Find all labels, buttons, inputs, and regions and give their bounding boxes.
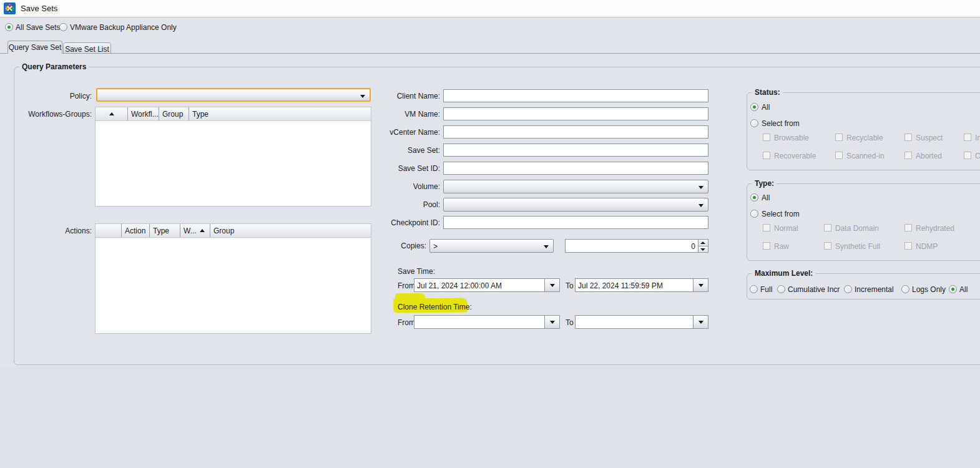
query-parameters-title: Query Parameters (19, 62, 89, 71)
vm-name-label: VM Name: (350, 110, 440, 119)
clone-retention-to-label: To (566, 318, 574, 327)
save-time-to-drop-button[interactable] (693, 279, 708, 291)
copies-operator-value: > (433, 242, 438, 251)
pool-label: Pool: (350, 200, 440, 209)
save-set-label: Save Set: (350, 146, 440, 155)
status-suspect-label: Suspect (916, 134, 943, 142)
status-select-from-radio[interactable] (750, 119, 758, 127)
all-save-sets-radio[interactable] (5, 23, 13, 31)
type-synthetic-full-label: Synthetic Full (835, 242, 880, 251)
max-level-cumulative-incr-radio[interactable] (777, 285, 785, 293)
vcenter-name-input[interactable] (443, 125, 708, 139)
vmware-only-radio[interactable] (59, 23, 67, 31)
max-level-cumulative-incr-label: Cumulative Incr (788, 285, 840, 294)
spinner-buttons (698, 240, 708, 252)
type-normal-label: Normal (774, 224, 798, 233)
save-time-from-drop-button[interactable] (544, 279, 559, 291)
save-time-from-combo[interactable]: Jul 21, 2024 12:00:00 AM (414, 278, 560, 292)
actions-column-group[interactable]: Group (210, 224, 371, 237)
status-aborted-checkbox[interactable] (904, 152, 912, 159)
copies-operator-combo[interactable]: > (429, 239, 554, 253)
networker-app-icon (4, 2, 16, 14)
actions-blank-column[interactable] (96, 224, 121, 237)
actions-column-workflow-label: W... (184, 227, 197, 235)
type-all-radio[interactable] (750, 193, 758, 202)
type-raw-checkbox[interactable] (763, 242, 770, 250)
status-recyclable-checkbox[interactable] (835, 134, 843, 141)
save-set-id-input[interactable] (443, 162, 708, 175)
type-ndmp-checkbox[interactable] (904, 242, 912, 250)
triangle-down-icon (700, 248, 705, 251)
save-time-to-combo[interactable]: Jul 22, 2024 11:59:59 PM (575, 278, 708, 292)
policy-combo[interactable] (96, 88, 371, 102)
checkpoint-id-input[interactable] (443, 216, 708, 229)
save-set-input[interactable] (443, 144, 708, 157)
status-c-checkbox[interactable] (964, 152, 971, 159)
client-name-input[interactable] (443, 89, 708, 102)
title-bar: Save Sets (0, 0, 980, 17)
triangle-up-icon (700, 241, 705, 244)
status-browsable-checkbox[interactable] (763, 134, 770, 141)
type-all-label: All (762, 193, 770, 202)
max-level-logs-only-label: Logs Only (912, 285, 946, 294)
actions-column-workflow[interactable]: W... (180, 224, 210, 237)
type-group-title: Type: (752, 179, 777, 188)
vm-name-input[interactable] (443, 107, 708, 120)
type-rehydrated-checkbox[interactable] (904, 224, 912, 232)
copies-count-spinner[interactable]: 0 (565, 239, 708, 253)
type-normal-checkbox[interactable] (763, 224, 770, 232)
status-browsable-label: Browsable (774, 134, 809, 142)
volume-combo[interactable] (443, 180, 708, 193)
chevron-down-icon (544, 245, 549, 248)
status-in-checkbox[interactable] (964, 134, 971, 141)
actions-label: Actions: (12, 227, 92, 235)
window-title: Save Sets (21, 4, 57, 13)
actions-column-type[interactable]: Type (149, 224, 180, 237)
all-save-sets-label: All Save Sets (16, 23, 60, 32)
status-c-label: C (975, 152, 980, 160)
clone-retention-from-drop-button[interactable] (544, 316, 559, 328)
status-recoverable-checkbox[interactable] (763, 152, 770, 159)
tab-divider (0, 53, 980, 54)
type-raw-label: Raw (774, 242, 789, 251)
workflows-sort-column[interactable] (96, 107, 127, 120)
type-select-from-radio[interactable] (750, 210, 758, 218)
status-scanned-in-checkbox[interactable] (835, 152, 843, 159)
workflows-groups-table: Workfl... Group Type (95, 107, 371, 207)
status-scanned-in-label: Scanned-in (846, 152, 884, 160)
type-synthetic-full-checkbox[interactable] (824, 242, 831, 250)
clone-retention-to-combo[interactable] (575, 315, 708, 329)
workflows-column-type[interactable]: Type (189, 107, 371, 120)
workflows-column-group[interactable]: Group (159, 107, 189, 120)
status-recoverable-label: Recoverable (774, 152, 816, 160)
max-level-full-radio[interactable] (750, 285, 758, 293)
workflows-table-header: Workfl... Group Type (96, 107, 371, 121)
chevron-down-icon (698, 186, 703, 189)
workflows-column-workflow[interactable]: Workfl... (127, 107, 159, 120)
clone-retention-from-label: From (398, 318, 415, 327)
tab-query-save-set[interactable]: Query Save Set (7, 41, 62, 54)
clone-retention-to-drop-button[interactable] (693, 316, 708, 328)
empty-background-area (0, 367, 980, 468)
status-all-radio[interactable] (750, 103, 758, 111)
policy-label: Policy: (12, 92, 92, 100)
workflows-groups-label: Workflows-Groups: (12, 110, 92, 119)
tab-save-set-list[interactable]: Save Set List (63, 42, 111, 54)
status-all-label: All (762, 103, 770, 112)
sort-ascending-icon (109, 112, 114, 115)
clone-retention-from-combo[interactable] (414, 315, 560, 329)
type-ndmp-label: NDMP (916, 242, 938, 251)
spinner-up-button[interactable] (698, 240, 708, 246)
copies-count-value: 0 (691, 242, 695, 251)
pool-combo[interactable] (443, 198, 708, 212)
save-time-from-value: Jul 21, 2024 12:00:00 AM (417, 281, 543, 290)
spinner-down-button[interactable] (698, 246, 708, 253)
sort-ascending-icon (200, 229, 205, 232)
status-suspect-checkbox[interactable] (904, 134, 912, 141)
max-level-logs-only-radio[interactable] (901, 285, 909, 293)
maximum-level-group-title: Maximum Level: (752, 269, 815, 278)
max-level-all-radio[interactable] (949, 285, 957, 293)
max-level-incremental-radio[interactable] (844, 285, 852, 293)
type-data-domain-checkbox[interactable] (824, 224, 831, 232)
actions-column-action[interactable]: Action (121, 224, 149, 237)
